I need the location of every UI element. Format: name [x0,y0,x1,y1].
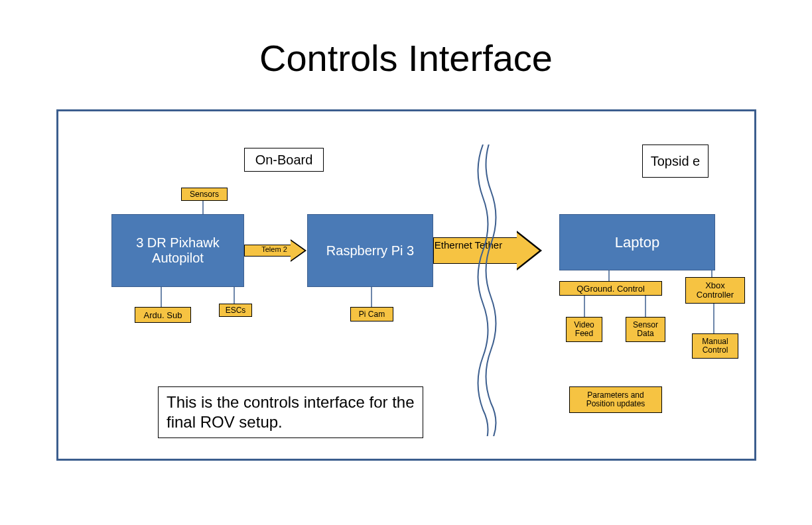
caption-text: This is the controls interface for the f… [158,386,423,438]
page-title: Controls Interface [0,36,812,80]
diagram-frame: On-Board Topsid e Sensors 3 DR Pixhawk A… [56,109,756,461]
